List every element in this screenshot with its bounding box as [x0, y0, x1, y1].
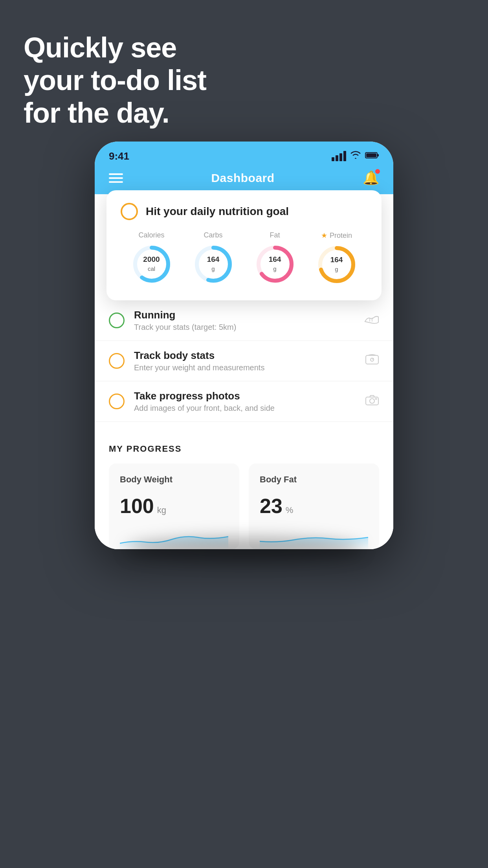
todo-item-running[interactable]: Running Track your stats (target: 5km): [95, 300, 393, 341]
phone-shadow: [126, 537, 362, 561]
wifi-icon: [350, 151, 361, 162]
body-stats-checkbox[interactable]: [109, 353, 125, 369]
progress-section: MY PROGRESS Body Weight 100 kg: [95, 430, 393, 549]
photos-title: Take progress photos: [134, 390, 356, 402]
body-weight-card[interactable]: Body Weight 100 kg: [109, 463, 239, 549]
status-time: 9:41: [109, 150, 129, 162]
carbs-value: 164 g: [207, 255, 220, 273]
battery-icon: [365, 151, 379, 161]
svg-rect-2: [366, 153, 376, 157]
star-icon: ★: [321, 231, 327, 240]
body-stats-text: Track body stats Enter your weight and m…: [134, 349, 356, 372]
todo-item-body-stats[interactable]: Track body stats Enter your weight and m…: [95, 341, 393, 381]
protein-value: 164 g: [330, 256, 343, 274]
notifications-button[interactable]: 🔔: [363, 170, 379, 186]
progress-title: MY PROGRESS: [109, 444, 379, 454]
phone-screen: 9:41: [95, 142, 393, 549]
photos-subtitle: Add images of your front, back, and side: [134, 404, 356, 413]
todo-item-photos[interactable]: Take progress photos Add images of your …: [95, 381, 393, 422]
nutrition-card-title: Hit your daily nutrition goal: [146, 205, 289, 218]
shoe-icon: [364, 313, 379, 328]
body-stats-title: Track body stats: [134, 349, 356, 362]
photos-text: Take progress photos Add images of your …: [134, 390, 356, 413]
signal-icon: [332, 151, 346, 161]
carbs-chart: 164 g: [192, 243, 235, 286]
protein-item: ★ Protein 164 g: [315, 231, 358, 286]
body-fat-value: 23 %: [260, 494, 368, 518]
hero-line2: your to-do list: [24, 64, 206, 97]
calories-value: 2000 cal: [143, 255, 160, 273]
fat-value: 164 g: [269, 255, 281, 273]
photos-checkbox[interactable]: [109, 394, 125, 409]
fat-label: Fat: [270, 231, 280, 239]
protein-chart: 164 g: [315, 243, 358, 286]
carbs-label: Carbs: [204, 231, 222, 239]
phone-mockup: 9:41: [67, 142, 421, 549]
header-title: Dashboard: [211, 171, 274, 185]
running-checkbox[interactable]: [109, 313, 125, 328]
running-subtitle: Track your stats (target: 5km): [134, 323, 355, 332]
svg-rect-1: [377, 154, 379, 156]
notification-badge: [375, 169, 380, 174]
app-header: Dashboard 🔔: [95, 165, 393, 194]
nutrition-checkbox[interactable]: [121, 203, 138, 220]
progress-cards: Body Weight 100 kg: [109, 463, 379, 549]
svg-rect-15: [375, 398, 377, 399]
status-icons: [332, 151, 379, 162]
status-bar: 9:41: [95, 142, 393, 165]
body-stats-subtitle: Enter your weight and measurements: [134, 363, 356, 372]
calories-item: Calories 2000 cal: [130, 231, 173, 286]
body-fat-title: Body Fat: [260, 474, 368, 485]
body-weight-title: Body Weight: [120, 474, 228, 485]
fat-chart: 164 g: [253, 243, 297, 286]
scale-icon: [365, 353, 379, 369]
hero-line3: for the day.: [24, 97, 206, 129]
protein-label: ★ Protein: [321, 231, 352, 240]
camera-icon: [365, 394, 379, 409]
fat-item: Fat 164 g: [253, 231, 297, 286]
nutrition-row: Calories 2000 cal: [121, 231, 367, 286]
hero-text: Quickly see your to-do list for the day.: [24, 31, 206, 129]
calories-label: Calories: [138, 231, 164, 239]
carbs-item: Carbs 164 g: [192, 231, 235, 286]
running-text: Running Track your stats (target: 5km): [134, 309, 355, 332]
body-weight-value: 100 kg: [120, 494, 228, 518]
menu-button[interactable]: [109, 173, 123, 183]
calories-chart: 2000 cal: [130, 243, 173, 286]
body-fat-card[interactable]: Body Fat 23 %: [249, 463, 379, 549]
hero-line1: Quickly see: [24, 31, 206, 64]
nutrition-card-header: Hit your daily nutrition goal: [121, 203, 367, 220]
running-title: Running: [134, 309, 355, 321]
nutrition-card: Hit your daily nutrition goal Calories: [106, 190, 382, 300]
main-content: THINGS TO DO TODAY Hit your daily nutrit…: [95, 194, 393, 549]
svg-point-14: [370, 399, 374, 403]
